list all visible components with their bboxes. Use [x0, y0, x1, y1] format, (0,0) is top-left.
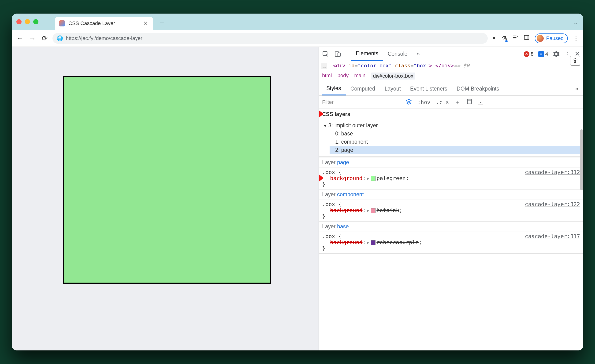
styles-filter-input[interactable]	[319, 96, 402, 109]
rule-block-page[interactable]: .box { cascade-layer:312 background:▸pal…	[319, 168, 583, 190]
window-controls	[16, 19, 38, 24]
url-text: https://jec.fyi/demo/cascade-layer	[66, 35, 142, 41]
hov-toggle[interactable]: :hov	[418, 99, 430, 105]
message-badge[interactable]: ≡ 4	[538, 51, 548, 57]
rule-selector: .box {	[322, 201, 341, 207]
svg-rect-4	[338, 53, 340, 56]
color-swatch-icon[interactable]	[371, 240, 375, 245]
browser-menu-icon[interactable]: ⋮	[573, 35, 579, 42]
rule-layer-header-component: Layer component	[319, 190, 583, 200]
computed-styles-icon[interactable]	[466, 98, 473, 106]
back-button[interactable]: ←	[16, 34, 24, 42]
paused-label: Paused	[546, 35, 564, 41]
color-box	[63, 76, 271, 284]
dom-breadcrumbs: html body main div#color-box.box	[319, 70, 583, 82]
toolbar-actions: ✦ ⚗ Paused ⋮	[491, 34, 579, 43]
error-count: 8	[531, 51, 534, 57]
prop-value: hotpink	[376, 207, 399, 213]
tabs-dropdown-icon[interactable]: ⌄	[573, 19, 578, 26]
svg-rect-0	[524, 35, 529, 39]
new-tab-button[interactable]: ＋	[156, 17, 168, 27]
page-viewport	[12, 47, 319, 350]
rule-block-component[interactable]: .box { cascade-layer:322 background:▸hot…	[319, 200, 583, 221]
tab-styles[interactable]: Styles	[322, 82, 346, 96]
error-badge[interactable]: ✕ 8	[524, 51, 534, 57]
styles-tabs-overflow-icon[interactable]: »	[573, 82, 581, 96]
cls-toggle[interactable]: .cls	[436, 99, 449, 105]
error-icon: ✕	[524, 51, 529, 57]
layer-link-base[interactable]: base	[337, 223, 349, 229]
inspect-element-icon[interactable]	[322, 50, 329, 58]
tab-elements[interactable]: Elements	[351, 47, 383, 61]
profile-paused-pill[interactable]: Paused	[535, 34, 568, 43]
crumb-body[interactable]: body	[338, 73, 349, 80]
devtools-menu-icon[interactable]: ⋮	[565, 51, 570, 57]
reload-button[interactable]: ⟳	[40, 34, 49, 42]
crumb-html[interactable]: html	[322, 73, 332, 80]
prop-value: rebeccapurple	[376, 239, 419, 245]
scrollbar[interactable]	[580, 129, 583, 190]
styles-filter-row: :hov .cls ＋ ◂	[319, 96, 583, 109]
devtools-toolbar: Elements Console » ✕ 8 ≡ 4	[319, 47, 583, 61]
side-panel-icon[interactable]	[524, 34, 530, 42]
devtools-tabs: Elements Console »	[351, 47, 425, 61]
content-area: Elements Console » ✕ 8 ≡ 4	[12, 47, 583, 350]
rule-close: }	[322, 245, 580, 252]
color-swatch-icon[interactable]	[371, 208, 375, 213]
layer-tree-item-page[interactable]: 2: page	[330, 146, 583, 154]
dom-tree-line[interactable]: … <div id="color-box" class="box" > </di…	[319, 61, 583, 70]
site-info-icon[interactable]: 🌐	[57, 35, 63, 41]
address-bar[interactable]: 🌐 https://jec.fyi/demo/cascade-layer	[52, 33, 488, 44]
prop-name: background	[330, 207, 362, 213]
layer-tree-root[interactable]: 3: implicit outer layer	[322, 121, 583, 130]
crumb-main[interactable]: main	[354, 73, 365, 80]
rule-selector: .box {	[322, 233, 341, 239]
tab-console[interactable]: Console	[383, 47, 412, 61]
color-swatch-icon[interactable]	[371, 176, 375, 181]
message-count: 4	[545, 51, 548, 57]
tab-close-icon[interactable]: ✕	[142, 20, 149, 27]
tab-layout[interactable]: Layout	[380, 82, 405, 96]
labs-icon[interactable]: ⚗	[502, 35, 507, 42]
rule-block-base[interactable]: .box { cascade-layer:317 background:▸reb…	[319, 232, 583, 254]
settings-icon[interactable]	[553, 50, 560, 58]
layer-tree-item-component[interactable]: 1: component	[330, 138, 583, 146]
devtools-panel: Elements Console » ✕ 8 ≡ 4	[319, 47, 583, 350]
device-toolbar-icon[interactable]	[334, 50, 341, 58]
prop-name: background	[330, 239, 362, 245]
tab-title: CSS Cascade Layer	[68, 20, 139, 27]
styles-tabs: Styles Computed Layout Event Listeners D…	[319, 82, 583, 96]
extensions-icon[interactable]: ✦	[491, 35, 497, 42]
tab-dom-breakpoints[interactable]: DOM Breakpoints	[452, 82, 504, 96]
rule-source-link[interactable]: cascade-layer:317	[525, 233, 580, 239]
rule-selector: .box {	[322, 169, 341, 175]
browser-tab[interactable]: CSS Cascade Layer ✕	[55, 17, 153, 30]
tab-strip: CSS Cascade Layer ✕ ＋ ⌄	[12, 14, 583, 30]
layers-toggle-icon[interactable]	[406, 98, 412, 106]
svg-rect-6	[467, 99, 471, 104]
crumb-selected[interactable]: div#color-box.box	[371, 73, 415, 80]
layer-tree-item-base[interactable]: 0: base	[330, 130, 583, 138]
dom-ellipsis-icon[interactable]: …	[321, 63, 327, 69]
svg-point-5	[575, 58, 576, 59]
layer-link-component[interactable]: component	[337, 191, 364, 198]
tab-event-listeners[interactable]: Event Listeners	[405, 82, 452, 96]
accessibility-icon[interactable]	[570, 56, 580, 66]
rule-source-link[interactable]: cascade-layer:312	[525, 169, 580, 175]
layer-link-page[interactable]: page	[337, 159, 349, 165]
message-icon: ≡	[538, 51, 544, 57]
rule-layer-header-page: Layer page	[319, 158, 583, 168]
window-close-button[interactable]	[16, 19, 21, 24]
window-zoom-button[interactable]	[33, 19, 38, 24]
tab-favicon	[59, 20, 65, 27]
reading-list-icon[interactable]	[512, 34, 518, 42]
forward-button[interactable]: →	[28, 34, 36, 42]
rendering-panel-icon[interactable]: ◂	[478, 100, 483, 105]
new-style-rule-icon[interactable]: ＋	[455, 98, 461, 106]
window-minimize-button[interactable]	[25, 19, 30, 24]
tab-computed[interactable]: Computed	[346, 82, 380, 96]
rule-source-link[interactable]: cascade-layer:322	[525, 201, 580, 207]
browser-toolbar: ← → ⟳ 🌐 https://jec.fyi/demo/cascade-lay…	[12, 30, 583, 47]
tab-overflow-icon[interactable]: »	[412, 47, 425, 61]
css-layer-tree: 3: implicit outer layer 0: base 1: compo…	[319, 120, 583, 158]
